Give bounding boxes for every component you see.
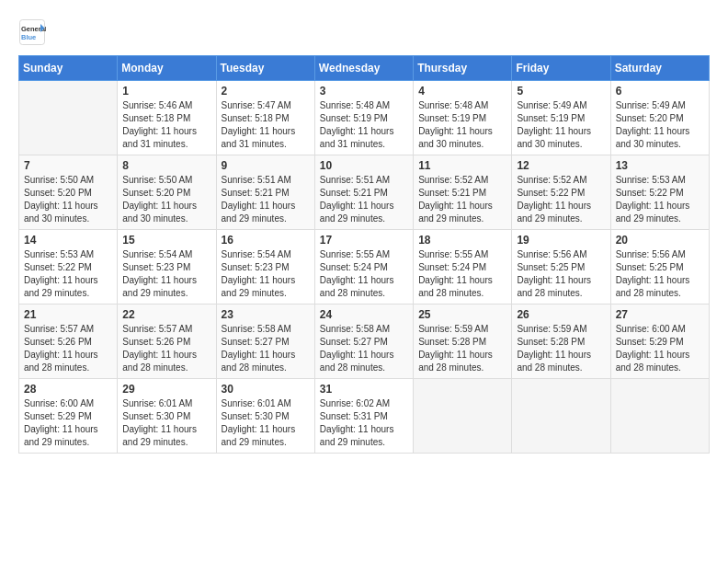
day-header-saturday: Saturday	[610, 56, 709, 81]
calendar-cell: 13Sunrise: 5:53 AMSunset: 5:22 PMDayligh…	[610, 155, 709, 230]
calendar-cell	[610, 379, 709, 454]
calendar-cell	[19, 81, 118, 155]
calendar-cell: 5Sunrise: 5:49 AMSunset: 5:19 PMDaylight…	[512, 81, 610, 155]
logo: General Blue	[18, 18, 50, 46]
day-info: Sunrise: 6:01 AMSunset: 5:30 PMDaylight:…	[222, 397, 310, 449]
day-number: 13	[616, 159, 704, 172]
calendar-cell: 24Sunrise: 5:58 AMSunset: 5:27 PMDayligh…	[314, 304, 413, 379]
day-info: Sunrise: 5:58 AMSunset: 5:27 PMDaylight:…	[320, 323, 408, 374]
header: General Blue	[18, 18, 710, 46]
day-info: Sunrise: 5:56 AMSunset: 5:25 PMDaylight:…	[517, 248, 605, 300]
calendar-cell	[414, 379, 512, 454]
day-number: 5	[517, 85, 605, 98]
day-info: Sunrise: 6:01 AMSunset: 5:30 PMDaylight:…	[122, 397, 210, 449]
day-info: Sunrise: 5:49 AMSunset: 5:19 PMDaylight:…	[517, 99, 605, 151]
day-info: Sunrise: 5:59 AMSunset: 5:28 PMDaylight:…	[517, 323, 605, 374]
calendar-cell: 18Sunrise: 5:55 AMSunset: 5:24 PMDayligh…	[414, 230, 512, 304]
calendar-cell: 23Sunrise: 5:58 AMSunset: 5:27 PMDayligh…	[216, 304, 314, 379]
calendar-cell: 12Sunrise: 5:52 AMSunset: 5:22 PMDayligh…	[512, 155, 610, 230]
day-info: Sunrise: 5:59 AMSunset: 5:28 PMDaylight:…	[418, 323, 506, 374]
calendar-header-row: SundayMondayTuesdayWednesdayThursdayFrid…	[19, 56, 710, 81]
day-info: Sunrise: 5:48 AMSunset: 5:19 PMDaylight:…	[418, 99, 506, 151]
day-info: Sunrise: 5:57 AMSunset: 5:26 PMDaylight:…	[122, 323, 210, 374]
day-number: 17	[320, 234, 408, 247]
calendar-cell: 10Sunrise: 5:51 AMSunset: 5:21 PMDayligh…	[314, 155, 413, 230]
calendar-week-4: 21Sunrise: 5:57 AMSunset: 5:26 PMDayligh…	[19, 304, 710, 379]
calendar-cell: 11Sunrise: 5:52 AMSunset: 5:21 PMDayligh…	[414, 155, 512, 230]
day-header-wednesday: Wednesday	[314, 56, 413, 81]
day-info: Sunrise: 5:55 AMSunset: 5:24 PMDaylight:…	[320, 248, 408, 300]
day-header-friday: Friday	[512, 56, 610, 81]
day-number: 19	[517, 234, 605, 247]
day-info: Sunrise: 5:51 AMSunset: 5:21 PMDaylight:…	[320, 174, 408, 225]
day-info: Sunrise: 6:00 AMSunset: 5:29 PMDaylight:…	[616, 323, 704, 374]
day-number: 26	[517, 308, 605, 321]
calendar-cell: 28Sunrise: 6:00 AMSunset: 5:29 PMDayligh…	[19, 379, 118, 454]
day-header-thursday: Thursday	[414, 56, 512, 81]
calendar: SundayMondayTuesdayWednesdayThursdayFrid…	[18, 55, 710, 454]
calendar-cell: 26Sunrise: 5:59 AMSunset: 5:28 PMDayligh…	[512, 304, 610, 379]
calendar-cell: 9Sunrise: 5:51 AMSunset: 5:21 PMDaylight…	[216, 155, 314, 230]
day-number: 27	[616, 308, 704, 321]
day-number: 31	[320, 383, 408, 396]
day-number: 1	[122, 85, 210, 98]
day-number: 14	[24, 234, 112, 247]
day-number: 24	[320, 308, 408, 321]
calendar-cell: 4Sunrise: 5:48 AMSunset: 5:19 PMDaylight…	[414, 81, 512, 155]
calendar-cell: 6Sunrise: 5:49 AMSunset: 5:20 PMDaylight…	[610, 81, 709, 155]
calendar-cell: 15Sunrise: 5:54 AMSunset: 5:23 PMDayligh…	[118, 230, 216, 304]
calendar-week-3: 14Sunrise: 5:53 AMSunset: 5:22 PMDayligh…	[19, 230, 710, 304]
calendar-cell: 7Sunrise: 5:50 AMSunset: 5:20 PMDaylight…	[19, 155, 118, 230]
calendar-cell: 8Sunrise: 5:50 AMSunset: 5:20 PMDaylight…	[118, 155, 216, 230]
day-info: Sunrise: 5:51 AMSunset: 5:21 PMDaylight:…	[222, 174, 310, 225]
day-number: 2	[222, 85, 310, 98]
calendar-week-2: 7Sunrise: 5:50 AMSunset: 5:20 PMDaylight…	[19, 155, 710, 230]
calendar-cell: 25Sunrise: 5:59 AMSunset: 5:28 PMDayligh…	[414, 304, 512, 379]
day-info: Sunrise: 5:50 AMSunset: 5:20 PMDaylight:…	[122, 174, 210, 225]
calendar-cell: 17Sunrise: 5:55 AMSunset: 5:24 PMDayligh…	[314, 230, 413, 304]
day-info: Sunrise: 5:46 AMSunset: 5:18 PMDaylight:…	[122, 99, 210, 151]
calendar-cell: 20Sunrise: 5:56 AMSunset: 5:25 PMDayligh…	[610, 230, 709, 304]
calendar-cell: 3Sunrise: 5:48 AMSunset: 5:19 PMDaylight…	[314, 81, 413, 155]
calendar-cell: 21Sunrise: 5:57 AMSunset: 5:26 PMDayligh…	[19, 304, 118, 379]
day-info: Sunrise: 5:55 AMSunset: 5:24 PMDaylight:…	[418, 248, 506, 300]
day-header-sunday: Sunday	[19, 56, 118, 81]
day-info: Sunrise: 5:52 AMSunset: 5:22 PMDaylight:…	[517, 174, 605, 225]
day-info: Sunrise: 6:00 AMSunset: 5:29 PMDaylight:…	[24, 397, 112, 449]
day-number: 30	[222, 383, 310, 396]
calendar-cell: 19Sunrise: 5:56 AMSunset: 5:25 PMDayligh…	[512, 230, 610, 304]
logo-icon: General Blue	[18, 18, 46, 46]
calendar-cell: 14Sunrise: 5:53 AMSunset: 5:22 PMDayligh…	[19, 230, 118, 304]
day-number: 23	[222, 308, 310, 321]
day-number: 4	[418, 85, 506, 98]
calendar-cell: 22Sunrise: 5:57 AMSunset: 5:26 PMDayligh…	[118, 304, 216, 379]
day-info: Sunrise: 5:58 AMSunset: 5:27 PMDaylight:…	[222, 323, 310, 374]
day-info: Sunrise: 5:47 AMSunset: 5:18 PMDaylight:…	[222, 99, 310, 151]
calendar-cell: 16Sunrise: 5:54 AMSunset: 5:23 PMDayligh…	[216, 230, 314, 304]
day-number: 6	[616, 85, 704, 98]
calendar-cell: 27Sunrise: 6:00 AMSunset: 5:29 PMDayligh…	[610, 304, 709, 379]
day-info: Sunrise: 6:02 AMSunset: 5:31 PMDaylight:…	[320, 397, 408, 449]
day-number: 8	[122, 159, 210, 172]
calendar-cell: 1Sunrise: 5:46 AMSunset: 5:18 PMDaylight…	[118, 81, 216, 155]
day-number: 9	[222, 159, 310, 172]
calendar-week-5: 28Sunrise: 6:00 AMSunset: 5:29 PMDayligh…	[19, 379, 710, 454]
day-info: Sunrise: 5:54 AMSunset: 5:23 PMDaylight:…	[122, 248, 210, 300]
day-info: Sunrise: 5:52 AMSunset: 5:21 PMDaylight:…	[418, 174, 506, 225]
day-header-tuesday: Tuesday	[216, 56, 314, 81]
day-info: Sunrise: 5:50 AMSunset: 5:20 PMDaylight:…	[24, 174, 112, 225]
day-info: Sunrise: 5:49 AMSunset: 5:20 PMDaylight:…	[616, 99, 704, 151]
day-number: 25	[418, 308, 506, 321]
day-info: Sunrise: 5:54 AMSunset: 5:23 PMDaylight:…	[222, 248, 310, 300]
day-number: 18	[418, 234, 506, 247]
calendar-week-1: 1Sunrise: 5:46 AMSunset: 5:18 PMDaylight…	[19, 81, 710, 155]
day-number: 12	[517, 159, 605, 172]
day-info: Sunrise: 5:53 AMSunset: 5:22 PMDaylight:…	[616, 174, 704, 225]
day-number: 28	[24, 383, 112, 396]
calendar-cell: 29Sunrise: 6:01 AMSunset: 5:30 PMDayligh…	[118, 379, 216, 454]
day-header-monday: Monday	[118, 56, 216, 81]
day-info: Sunrise: 5:57 AMSunset: 5:26 PMDaylight:…	[24, 323, 112, 374]
day-info: Sunrise: 5:53 AMSunset: 5:22 PMDaylight:…	[24, 248, 112, 300]
calendar-cell: 2Sunrise: 5:47 AMSunset: 5:18 PMDaylight…	[216, 81, 314, 155]
svg-text:Blue: Blue	[21, 33, 36, 41]
